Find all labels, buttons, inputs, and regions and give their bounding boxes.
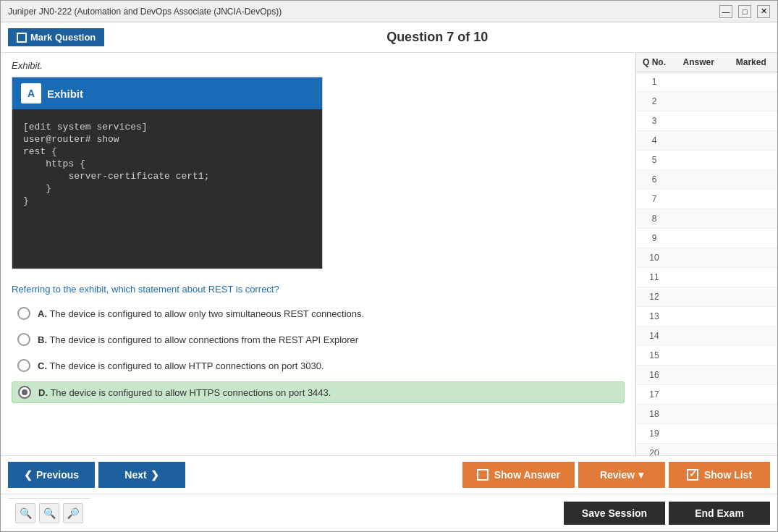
sidebar-cell-answer xyxy=(672,367,725,383)
options-list: A. The device is configured to allow onl… xyxy=(12,303,625,410)
sidebar-row[interactable]: 11 xyxy=(636,268,777,287)
option-d-text: D. The device is configured to allow HTT… xyxy=(38,387,331,398)
sidebar-cell-qno: 15 xyxy=(636,347,672,363)
mark-question-label: Mark Question xyxy=(30,32,96,43)
sidebar-cell-qno: 11 xyxy=(636,269,672,285)
sidebar-row[interactable]: 3 xyxy=(636,111,777,131)
sidebar-row[interactable]: 13 xyxy=(636,307,777,326)
sidebar-cell-marked xyxy=(725,269,778,285)
sidebar-list[interactable]: 1 2 3 4 5 6 7 8 xyxy=(636,72,777,455)
question-text: Referring to the exhibit, which statemen… xyxy=(12,284,625,295)
review-label: Review xyxy=(600,469,635,481)
zoom-normal-button[interactable]: 🔍 xyxy=(39,503,59,523)
sidebar-row[interactable]: 10 xyxy=(636,248,777,268)
sidebar-cell-answer xyxy=(672,406,725,422)
sidebar-row[interactable]: 20 xyxy=(636,444,777,455)
code-line-7: } xyxy=(23,195,311,206)
exhibit-label: Exhibit. xyxy=(12,60,625,71)
sidebar-cell-answer xyxy=(672,230,725,246)
review-button[interactable]: Review ▾ xyxy=(578,462,665,488)
option-c-radio[interactable] xyxy=(17,359,30,372)
sidebar-cell-answer xyxy=(672,74,725,90)
zoom-in-button[interactable]: 🔍 xyxy=(15,503,35,523)
sidebar-row[interactable]: 12 xyxy=(636,287,777,307)
content-area: Exhibit. A Exhibit [edit system services… xyxy=(1,53,636,455)
option-a[interactable]: A. The device is configured to allow onl… xyxy=(12,303,625,324)
sidebar-cell-qno: 3 xyxy=(636,113,672,129)
sidebar-cell-answer xyxy=(672,445,725,455)
main-area: Exhibit. A Exhibit [edit system services… xyxy=(1,53,777,455)
end-exam-button[interactable]: End Exam xyxy=(669,502,770,525)
sidebar-cell-marked xyxy=(725,113,778,129)
sidebar-col-qno: Q No. xyxy=(636,56,672,69)
option-d[interactable]: D. The device is configured to allow HTT… xyxy=(12,381,625,403)
sidebar-cell-qno: 9 xyxy=(636,230,672,246)
option-c-text: C. The device is configured to allow HTT… xyxy=(38,360,324,371)
save-session-button[interactable]: Save Session xyxy=(564,502,665,525)
sidebar-row[interactable]: 5 xyxy=(636,151,777,170)
maximize-button[interactable]: □ xyxy=(738,5,751,18)
option-a-text: A. The device is configured to allow onl… xyxy=(38,308,364,319)
sidebar-cell-marked xyxy=(725,328,778,344)
sidebar-cell-answer xyxy=(672,289,725,305)
sidebar-row[interactable]: 2 xyxy=(636,92,777,111)
minimize-button[interactable]: — xyxy=(719,5,732,18)
sidebar-cell-marked xyxy=(725,347,778,363)
code-line-4: https { xyxy=(23,159,311,169)
sidebar-row[interactable]: 9 xyxy=(636,229,777,248)
sidebar-cell-answer xyxy=(672,387,725,402)
sidebar-cell-qno: 12 xyxy=(636,289,672,305)
exhibit-logo: A xyxy=(21,83,41,104)
sidebar-cell-answer xyxy=(672,347,725,363)
sidebar-cell-marked xyxy=(725,132,778,148)
sidebar-cell-marked xyxy=(725,230,778,246)
option-b-text: B. The device is configured to allow con… xyxy=(38,334,358,345)
sidebar-row[interactable]: 8 xyxy=(636,209,777,229)
zoom-out-button[interactable]: 🔍 xyxy=(63,503,83,523)
mark-question-button[interactable]: Mark Question xyxy=(8,28,104,46)
show-answer-button[interactable]: Show Answer xyxy=(462,462,575,488)
sidebar-cell-answer xyxy=(672,426,725,442)
sidebar-cell-qno: 7 xyxy=(636,191,672,207)
review-arrow-icon: ▾ xyxy=(638,469,643,481)
next-button[interactable]: Next ❯ xyxy=(98,462,185,488)
option-b[interactable]: B. The device is configured to allow con… xyxy=(12,329,625,350)
sidebar-col-marked: Marked xyxy=(725,56,778,69)
show-list-button[interactable]: Show List xyxy=(669,462,770,488)
sidebar-row[interactable]: 16 xyxy=(636,366,777,385)
sidebar-row[interactable]: 18 xyxy=(636,405,777,424)
option-d-radio[interactable] xyxy=(18,386,31,399)
title-bar-controls: — □ ✕ xyxy=(719,5,770,18)
sidebar-row[interactable]: 17 xyxy=(636,385,777,405)
sidebar-row[interactable]: 15 xyxy=(636,346,777,366)
sidebar-row[interactable]: 7 xyxy=(636,190,777,209)
mark-checkbox-icon xyxy=(17,33,27,43)
sidebar-row[interactable]: 14 xyxy=(636,326,777,346)
sidebar-row[interactable]: 4 xyxy=(636,131,777,151)
option-c[interactable]: C. The device is configured to allow HTT… xyxy=(12,355,625,376)
option-a-radio[interactable] xyxy=(17,307,30,320)
sidebar-cell-qno: 10 xyxy=(636,250,672,266)
previous-button[interactable]: ❮ Previous xyxy=(8,462,95,488)
bottom-nav-bar: ❮ Previous Next ❯ Show Answer Review ▾ S… xyxy=(1,455,777,494)
sidebar-row[interactable]: 1 xyxy=(636,72,777,92)
sidebar-cell-qno: 1 xyxy=(636,74,672,90)
sidebar-cell-qno: 14 xyxy=(636,328,672,344)
close-button[interactable]: ✕ xyxy=(757,5,770,18)
show-answer-icon xyxy=(477,469,489,481)
sidebar-cell-answer xyxy=(672,269,725,285)
sidebar-cell-marked xyxy=(725,74,778,90)
sidebar-cell-qno: 8 xyxy=(636,211,672,227)
prev-arrow-icon: ❮ xyxy=(24,469,33,481)
sidebar-cell-qno: 4 xyxy=(636,132,672,148)
exhibit-content: [edit system services] user@router# show… xyxy=(12,109,322,269)
code-line-1: [edit system services] xyxy=(23,122,311,132)
option-b-radio[interactable] xyxy=(17,333,30,346)
sidebar-cell-marked xyxy=(725,93,778,109)
sidebar-col-answer: Answer xyxy=(672,56,725,69)
sidebar-row[interactable]: 6 xyxy=(636,170,777,190)
sidebar-row[interactable]: 19 xyxy=(636,424,777,444)
code-line-6: } xyxy=(23,183,311,194)
main-window: Juniper JN0-222 (Automation and DevOps A… xyxy=(0,0,778,532)
question-title: Question 7 of 10 xyxy=(104,30,770,45)
